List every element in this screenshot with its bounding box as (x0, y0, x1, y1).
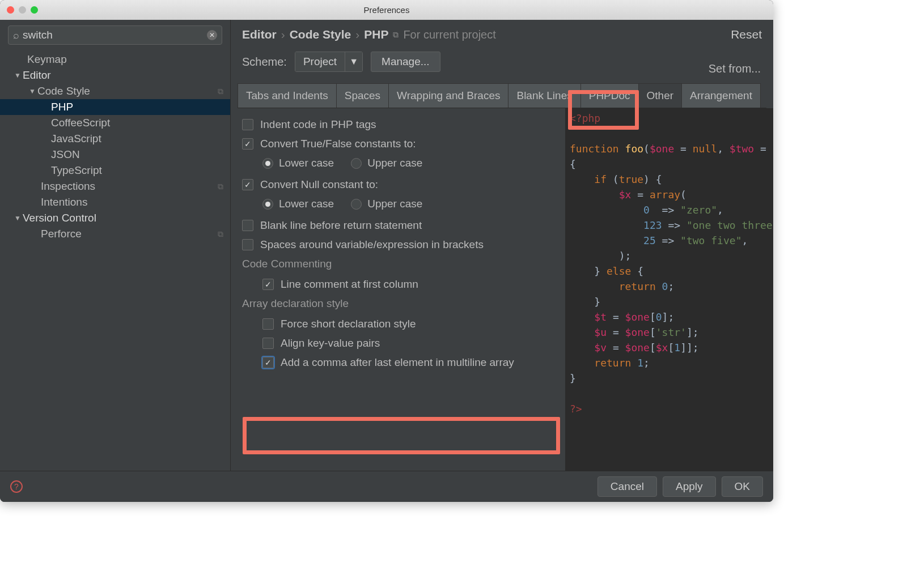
tree-item-editor[interactable]: ▼Editor (0, 67, 230, 83)
maximize-icon[interactable] (31, 6, 38, 14)
options-panel: Indent code in PHP tags Convert True/Fal… (231, 108, 565, 471)
chevron-down-icon: ▼ (345, 52, 362, 71)
breadcrumb: Editor › Code Style › PHP ⧉ For current … (242, 28, 731, 41)
chevron-down-icon: ▼ (12, 214, 23, 222)
search-box[interactable]: ⌕ ✕ (8, 25, 222, 45)
checkbox-align-kv[interactable] (262, 338, 274, 349)
help-icon[interactable]: ? (10, 480, 23, 493)
manage-button[interactable]: Manage... (371, 52, 440, 72)
radio-null-upper[interactable] (351, 199, 362, 210)
copy-icon: ⧉ (218, 182, 223, 191)
tab-phpdoc[interactable]: PHPDoc (581, 83, 639, 108)
checkbox-spaces-brackets[interactable] (242, 239, 253, 250)
titlebar: Preferences (0, 0, 773, 20)
tree-item-typescript[interactable]: TypeScript (0, 163, 230, 178)
tree-item-json[interactable]: JSON (0, 147, 230, 163)
copy-icon: ⧉ (218, 229, 223, 239)
checkbox-convert-tf[interactable] (242, 138, 253, 150)
apply-button[interactable]: Apply (663, 476, 716, 497)
section-code-commenting: Code Commenting (242, 258, 560, 270)
search-input[interactable] (23, 29, 207, 41)
cancel-button[interactable]: Cancel (597, 476, 657, 497)
tree-item-code-style[interactable]: ▼Code Style⧉ (0, 83, 230, 99)
clear-search-icon[interactable]: ✕ (207, 30, 217, 40)
radio-tf-upper[interactable] (351, 158, 362, 169)
radio-tf-lower[interactable] (262, 158, 273, 169)
tree-item-coffeescript[interactable]: CoffeeScript (0, 115, 230, 131)
radio-null-lower[interactable] (262, 199, 273, 210)
copy-icon: ⧉ (218, 87, 223, 96)
tree-item-php[interactable]: PHP (0, 99, 230, 115)
tab-spaces[interactable]: Spaces (337, 83, 389, 108)
checkbox-convert-null[interactable] (242, 179, 253, 190)
tree-item-keymap[interactable]: Keymap (0, 52, 230, 67)
ok-button[interactable]: OK (722, 476, 763, 497)
chevron-down-icon: ▼ (27, 87, 37, 95)
code-preview: <?php function foo($one = null, $two = {… (565, 108, 773, 471)
search-icon: ⌕ (13, 29, 19, 41)
tree-item-perforce[interactable]: Perforce⧉ (0, 226, 230, 242)
tab-arrangement[interactable]: Arrangement (682, 83, 761, 108)
close-icon[interactable] (7, 6, 14, 14)
tree-item-inspections[interactable]: Inspections⧉ (0, 178, 230, 194)
scope-icon: ⧉ (393, 30, 399, 40)
scheme-select[interactable]: Project ▼ (295, 52, 363, 72)
tab-tabs-indents[interactable]: Tabs and Indents (238, 83, 337, 108)
tab-wrapping[interactable]: Wrapping and Braces (389, 83, 508, 108)
minimize-icon (19, 6, 26, 14)
tree-item-intentions[interactable]: Intentions (0, 194, 230, 210)
window-title: Preferences (364, 5, 410, 15)
reset-link[interactable]: Reset (731, 28, 762, 41)
checkbox-line-comment-first[interactable] (262, 279, 274, 290)
chevron-down-icon: ▼ (12, 71, 23, 79)
checkbox-force-short[interactable] (262, 318, 274, 330)
tab-blank-lines[interactable]: Blank Lines (508, 83, 580, 108)
scheme-label: Scheme: (242, 56, 287, 69)
tree-item-javascript[interactable]: JavaScript (0, 131, 230, 147)
checkbox-add-comma[interactable] (262, 357, 274, 368)
checkbox-indent-code[interactable] (242, 119, 253, 130)
sidebar: ⌕ ✕ Keymap ▼Editor ▼Code Style⧉ PHP Coff… (0, 20, 231, 471)
section-array-decl: Array declaration style (242, 297, 560, 310)
tree-item-version-control[interactable]: ▼Version Control (0, 210, 230, 226)
tab-other[interactable]: Other (639, 83, 683, 108)
set-from-link[interactable]: Set from... (709, 62, 761, 75)
checkbox-blank-return[interactable] (242, 220, 253, 231)
